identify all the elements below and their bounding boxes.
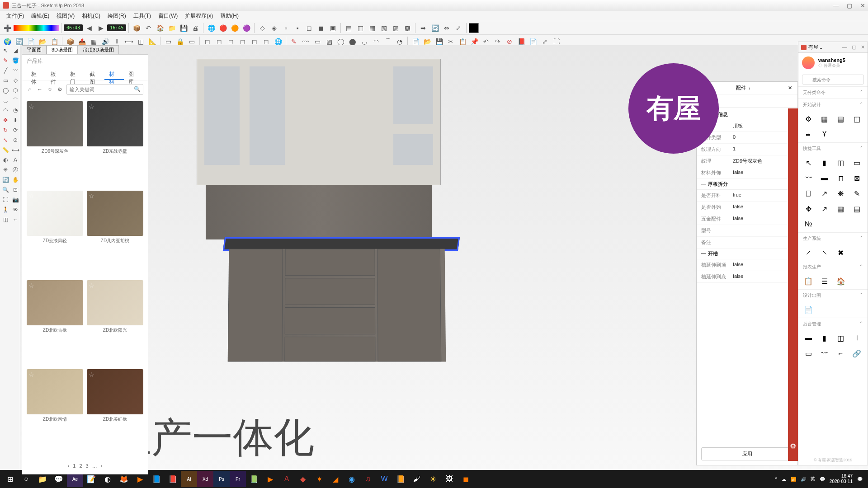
move-tool-icon[interactable]: ✥ [1, 116, 10, 125]
sec-backend[interactable]: 后台管理 [803, 321, 821, 327]
axes-tool-icon[interactable]: ✳ [1, 165, 10, 174]
pg-cross-icon[interactable]: ▦ [835, 202, 847, 215]
plugin-max-icon[interactable]: ▢ [852, 44, 856, 50]
task-photos-icon[interactable]: 🖼 [441, 471, 458, 487]
pg-angle-icon[interactable]: ⊓ [835, 172, 847, 184]
pg-gear-icon[interactable]: ⚙ [802, 113, 815, 125]
prop-value[interactable] [733, 239, 793, 246]
polygon-tool-icon[interactable]: ⬡ [11, 86, 20, 95]
prop-value[interactable]: false [733, 216, 793, 222]
favorite-icon[interactable]: ☆ [89, 371, 94, 378]
pg-no-icon[interactable]: № [802, 218, 815, 230]
prop-row[interactable]: 纹理ZD6号深灰色 [697, 155, 797, 167]
material-item[interactable]: ☆ZD6号深灰色 [27, 101, 83, 187]
pager-prev[interactable]: ‹ [68, 463, 70, 469]
tab-gallery[interactable]: 图库 [124, 68, 143, 80]
task-app2-icon[interactable]: ✶ [311, 471, 327, 487]
text-tool-icon[interactable]: A [11, 155, 20, 164]
chevron-icon[interactable]: ⌃ [859, 102, 863, 108]
props-next[interactable]: › [749, 85, 750, 91]
color-swatch[interactable] [469, 23, 479, 33]
prop-value[interactable] [733, 227, 793, 234]
task-music-icon[interactable]: ♫ [360, 471, 376, 487]
tb-sphere4-icon[interactable]: 🟣 [241, 23, 252, 33]
prop-value[interactable]: 0 [733, 134, 793, 141]
sec-uncategorized[interactable]: 无分类命令 [803, 89, 826, 96]
props-tab-fitting[interactable]: 配件 [736, 84, 746, 91]
pg-col-icon[interactable]: ▮ [818, 156, 831, 169]
tb-globe-icon[interactable]: 🌐 [206, 23, 217, 33]
tb-home-icon[interactable]: 🏠 [155, 23, 165, 33]
prop-value[interactable]: 顶板 [733, 122, 793, 129]
pg-cursor-icon[interactable]: ↖ [802, 156, 815, 169]
chevron-icon[interactable]: ⌃ [859, 235, 863, 242]
chevron-icon[interactable]: ⌃ [859, 321, 863, 327]
chevron-icon[interactable]: ⌃ [859, 292, 863, 299]
prop-value[interactable]: true [733, 192, 793, 199]
scene-tab-ceiling[interactable]: 吊顶3D场景图 [78, 45, 119, 54]
pg-move-icon[interactable]: ✥ [802, 202, 815, 215]
task-brush-icon[interactable]: 🖌 [409, 471, 425, 487]
tab-door[interactable]: 柜门 [66, 68, 85, 80]
arc3-tool-icon[interactable]: ◠ [1, 106, 10, 115]
menu-window[interactable]: 窗口(W) [155, 11, 181, 21]
pg-win-icon[interactable]: ◫ [835, 332, 847, 344]
pie-tool-icon[interactable]: ◔ [11, 106, 20, 115]
task-app1-icon[interactable]: 📘 [148, 471, 165, 487]
material-item[interactable]: ☆ZD北欧古橡 [27, 280, 83, 366]
tb-cube5-icon[interactable]: ◻ [304, 23, 315, 33]
tb-cube4-icon[interactable]: ▪ [292, 23, 303, 33]
tb-cube7-icon[interactable]: ▣ [327, 23, 338, 33]
tab-material[interactable]: 材料 [104, 68, 124, 80]
star-icon[interactable]: ☆ [47, 85, 53, 94]
chevron-icon[interactable]: ⌃ [859, 89, 863, 96]
task-wps-icon[interactable]: W [376, 471, 392, 487]
pg-doc-icon[interactable]: 📄 [802, 303, 815, 316]
back-icon[interactable]: ← [37, 85, 43, 94]
prop-row[interactable]: 是否开料true [697, 190, 797, 202]
task-sketchup-icon[interactable]: ◆ [295, 471, 311, 487]
gear-icon[interactable]: ⚙ [57, 85, 63, 94]
prop-group-header[interactable]: —厚板拆分 [697, 179, 797, 190]
prop-group-header[interactable]: —开槽 [697, 249, 797, 259]
menu-extensions[interactable]: 扩展程序(x) [181, 11, 217, 21]
sec-start-design[interactable]: 开始设计 [803, 102, 821, 108]
prop-value[interactable]: false [733, 169, 793, 176]
task-ps-icon[interactable]: Ps [213, 471, 230, 487]
tab-cabinet[interactable]: 柜体 [27, 68, 46, 80]
pg-grid-icon[interactable]: ▦ [818, 113, 831, 125]
color-scale[interactable] [14, 25, 59, 31]
sec-report[interactable]: 报表生产 [803, 264, 821, 270]
pg-box-icon[interactable]: ▭ [802, 347, 815, 360]
tb-plus-icon[interactable]: ➕ [2, 23, 13, 33]
back-tool-icon[interactable]: ← [11, 215, 20, 224]
tray-cloud-icon[interactable]: ☁ [782, 477, 786, 482]
tb-layer1-icon[interactable]: ▤ [343, 23, 354, 33]
prop-row[interactable]: 是否外购false [697, 202, 797, 213]
scene-tab-3d[interactable]: 3D场景图 [47, 45, 78, 54]
pg-shelf-icon[interactable]: ▬ [802, 332, 815, 344]
tb-cube6-icon[interactable]: ◼ [316, 23, 326, 33]
material-swatch[interactable]: ☆ [87, 280, 143, 325]
tab-board[interactable]: 板件 [46, 68, 66, 80]
task-acrobat-icon[interactable]: 📕 [165, 471, 181, 487]
pager-3[interactable]: 3 [86, 463, 89, 469]
tb-save-icon[interactable]: 💾 [178, 23, 189, 33]
freehand-tool-icon[interactable]: 〰 [11, 66, 20, 75]
arc2-tool-icon[interactable]: ⌒ [11, 96, 20, 105]
minimize-button[interactable]: — [833, 2, 839, 9]
tape-tool-icon[interactable]: 📏 [1, 145, 10, 155]
prop-row[interactable]: 材料外饰false [697, 167, 797, 179]
prop-row[interactable]: 备注 [697, 237, 797, 249]
prop-row[interactable]: 型号 [697, 225, 797, 237]
tb-cube1-icon[interactable]: ◇ [257, 23, 268, 33]
plugin-search-input[interactable] [802, 75, 864, 84]
tb-cube2-icon[interactable]: ◈ [269, 23, 279, 33]
prop-value[interactable]: false [733, 262, 793, 268]
pg-cols-icon[interactable]: ◫ [835, 156, 847, 169]
pg-list-icon[interactable]: ☰ [818, 275, 831, 287]
pg-screw3-icon[interactable]: ✖ [835, 246, 847, 259]
pg-link-icon[interactable]: 🔗 [850, 347, 863, 360]
chevron-icon[interactable]: ⌃ [859, 264, 863, 270]
pg-panel-icon[interactable]: ◫ [850, 113, 863, 125]
